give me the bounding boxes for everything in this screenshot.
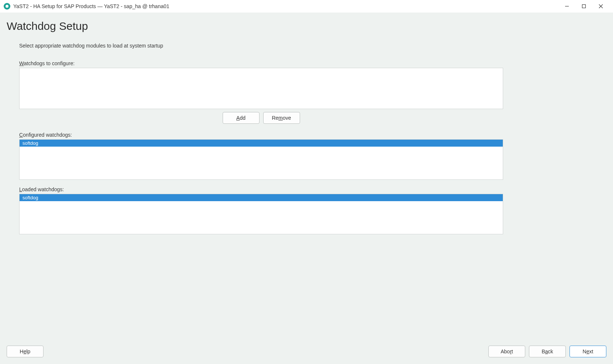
add-button[interactable]: Add <box>223 112 260 124</box>
page-title: Watchdog Setup <box>7 20 606 32</box>
back-button[interactable]: Back <box>529 346 566 357</box>
footer-bar: Help Abort Back Next <box>0 342 613 364</box>
abort-button[interactable]: Abort <box>488 346 525 357</box>
svg-rect-1 <box>582 5 586 8</box>
list-item[interactable]: softdog <box>20 194 503 201</box>
window-title: YaST2 - HA Setup for SAP Products — YaST… <box>13 3 169 9</box>
list-item[interactable]: softdog <box>20 140 503 147</box>
help-button[interactable]: Help <box>7 346 43 357</box>
label-loaded: Loaded watchdogs: <box>19 186 606 192</box>
minimize-button[interactable] <box>558 0 575 12</box>
section-to-configure: Watchdogs to configure: Add Remove <box>19 60 606 129</box>
section-configured: Configured watchdogs: softdog <box>19 132 606 180</box>
app-icon <box>4 3 10 10</box>
instruction-text: Select appropriate watchdog modules to l… <box>19 43 606 49</box>
label-configured: Configured watchdogs: <box>19 132 606 138</box>
next-button[interactable]: Next <box>570 346 606 357</box>
listbox-configured[interactable]: softdog <box>19 139 503 180</box>
listbox-loaded[interactable]: softdog <box>19 194 503 234</box>
label-to-configure: Watchdogs to configure: <box>19 60 606 66</box>
close-button[interactable] <box>592 0 609 12</box>
section-loaded: Loaded watchdogs: softdog <box>19 186 606 234</box>
remove-button[interactable]: Remove <box>263 112 300 124</box>
content-area: Watchdog Setup Select appropriate watchd… <box>0 13 613 342</box>
window-titlebar: YaST2 - HA Setup for SAP Products — YaST… <box>0 0 613 13</box>
maximize-button[interactable] <box>575 0 592 12</box>
add-remove-row: Add Remove <box>19 112 503 124</box>
listbox-to-configure[interactable] <box>19 68 503 109</box>
